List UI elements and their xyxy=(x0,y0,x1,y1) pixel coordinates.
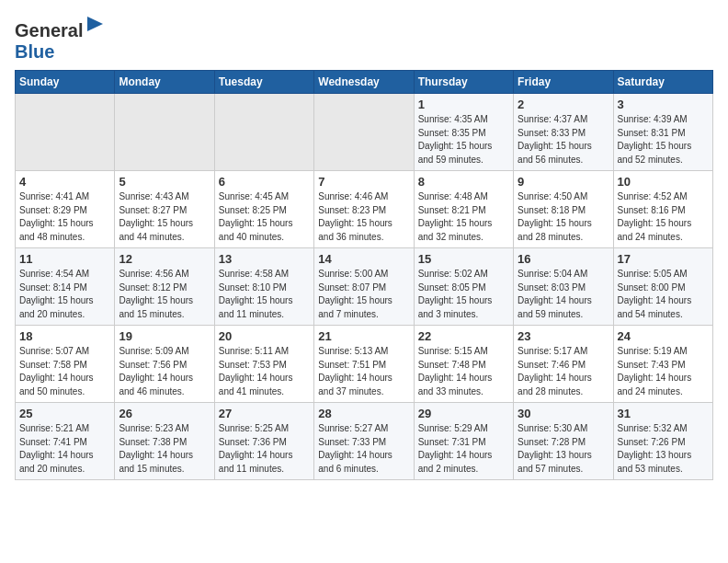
calendar-cell: 29Sunrise: 5:29 AMSunset: 7:31 PMDayligh… xyxy=(414,403,513,480)
weekday-header-friday: Friday xyxy=(514,71,613,94)
calendar-cell: 2Sunrise: 4:37 AMSunset: 8:33 PMDaylight… xyxy=(514,94,613,171)
day-number: 2 xyxy=(518,98,609,111)
day-number: 26 xyxy=(119,407,210,420)
logo-general: General xyxy=(15,20,83,40)
calendar-cell: 4Sunrise: 4:41 AMSunset: 8:29 PMDaylight… xyxy=(16,171,115,248)
day-number: 14 xyxy=(318,252,409,266)
day-number: 13 xyxy=(219,252,310,266)
day-number: 7 xyxy=(318,175,409,189)
weekday-header-wednesday: Wednesday xyxy=(314,71,414,94)
day-info: Sunrise: 4:41 AMSunset: 8:29 PMDaylight:… xyxy=(19,190,110,244)
day-info: Sunrise: 4:58 AMSunset: 8:10 PMDaylight:… xyxy=(219,268,310,321)
calendar-cell: 30Sunrise: 5:30 AMSunset: 7:28 PMDayligh… xyxy=(514,403,613,480)
calendar-body: 1Sunrise: 4:35 AMSunset: 8:35 PMDaylight… xyxy=(16,94,713,480)
calendar-cell: 16Sunrise: 5:04 AMSunset: 8:03 PMDayligh… xyxy=(514,248,613,326)
day-number: 4 xyxy=(19,175,110,189)
calendar-cell xyxy=(314,94,414,171)
calendar-cell: 12Sunrise: 4:56 AMSunset: 8:12 PMDayligh… xyxy=(115,248,214,326)
weekday-header-monday: Monday xyxy=(115,71,214,94)
calendar-cell: 27Sunrise: 5:25 AMSunset: 7:36 PMDayligh… xyxy=(214,403,313,480)
day-number: 20 xyxy=(219,329,310,343)
logo: General Blue xyxy=(15,15,107,63)
day-number: 24 xyxy=(618,329,709,343)
calendar-cell: 24Sunrise: 5:19 AMSunset: 7:43 PMDayligh… xyxy=(613,326,712,403)
day-number: 8 xyxy=(418,175,509,189)
day-number: 27 xyxy=(219,407,310,420)
day-number: 29 xyxy=(418,407,509,420)
day-info: Sunrise: 5:07 AMSunset: 7:58 PMDaylight:… xyxy=(19,345,110,398)
calendar-cell: 14Sunrise: 5:00 AMSunset: 8:07 PMDayligh… xyxy=(314,248,414,326)
day-number: 9 xyxy=(518,175,609,189)
calendar-cell: 8Sunrise: 4:48 AMSunset: 8:21 PMDaylight… xyxy=(414,171,513,248)
day-info: Sunrise: 5:17 AMSunset: 7:46 PMDaylight:… xyxy=(518,345,609,398)
calendar-cell: 28Sunrise: 5:27 AMSunset: 7:33 PMDayligh… xyxy=(314,403,414,480)
weekday-header-sunday: Sunday xyxy=(16,71,115,94)
calendar-cell: 31Sunrise: 5:32 AMSunset: 7:26 PMDayligh… xyxy=(613,403,712,480)
week-row-3: 11Sunrise: 4:54 AMSunset: 8:14 PMDayligh… xyxy=(16,248,713,326)
day-info: Sunrise: 5:04 AMSunset: 8:03 PMDaylight:… xyxy=(518,268,609,321)
day-info: Sunrise: 4:56 AMSunset: 8:12 PMDaylight:… xyxy=(119,268,210,321)
day-info: Sunrise: 5:32 AMSunset: 7:26 PMDaylight:… xyxy=(618,422,709,476)
day-number: 21 xyxy=(318,329,409,343)
day-number: 11 xyxy=(19,252,110,266)
calendar-cell: 10Sunrise: 4:52 AMSunset: 8:16 PMDayligh… xyxy=(613,171,712,248)
week-row-1: 1Sunrise: 4:35 AMSunset: 8:35 PMDaylight… xyxy=(16,94,713,171)
day-number: 12 xyxy=(119,252,210,266)
page-header: General Blue xyxy=(15,15,713,63)
day-info: Sunrise: 5:00 AMSunset: 8:07 PMDaylight:… xyxy=(318,268,409,321)
weekday-header-tuesday: Tuesday xyxy=(214,71,313,94)
day-number: 18 xyxy=(19,329,110,343)
calendar-cell: 3Sunrise: 4:39 AMSunset: 8:31 PMDaylight… xyxy=(613,94,712,171)
day-info: Sunrise: 5:05 AMSunset: 8:00 PMDaylight:… xyxy=(618,268,709,321)
day-info: Sunrise: 5:29 AMSunset: 7:31 PMDaylight:… xyxy=(418,422,509,476)
calendar-cell: 18Sunrise: 5:07 AMSunset: 7:58 PMDayligh… xyxy=(16,326,115,403)
day-info: Sunrise: 4:50 AMSunset: 8:18 PMDaylight:… xyxy=(518,190,609,244)
calendar-table: SundayMondayTuesdayWednesdayThursdayFrid… xyxy=(15,70,713,480)
day-info: Sunrise: 5:19 AMSunset: 7:43 PMDaylight:… xyxy=(618,345,709,398)
calendar-cell xyxy=(214,94,313,171)
day-info: Sunrise: 4:43 AMSunset: 8:27 PMDaylight:… xyxy=(119,190,210,244)
svg-marker-0 xyxy=(87,17,103,31)
calendar-cell: 25Sunrise: 5:21 AMSunset: 7:41 PMDayligh… xyxy=(16,403,115,480)
calendar-cell xyxy=(16,94,115,171)
calendar-cell: 23Sunrise: 5:17 AMSunset: 7:46 PMDayligh… xyxy=(514,326,613,403)
day-number: 30 xyxy=(518,407,609,420)
day-info: Sunrise: 5:25 AMSunset: 7:36 PMDaylight:… xyxy=(219,422,310,476)
day-number: 25 xyxy=(19,407,110,420)
calendar-cell: 22Sunrise: 5:15 AMSunset: 7:48 PMDayligh… xyxy=(414,326,513,403)
calendar-cell: 19Sunrise: 5:09 AMSunset: 7:56 PMDayligh… xyxy=(115,326,214,403)
calendar-cell: 21Sunrise: 5:13 AMSunset: 7:51 PMDayligh… xyxy=(314,326,414,403)
day-number: 22 xyxy=(418,329,509,343)
day-info: Sunrise: 5:15 AMSunset: 7:48 PMDaylight:… xyxy=(418,345,509,398)
calendar-cell: 9Sunrise: 4:50 AMSunset: 8:18 PMDaylight… xyxy=(514,171,613,248)
day-info: Sunrise: 4:54 AMSunset: 8:14 PMDaylight:… xyxy=(19,268,110,321)
weekday-header-saturday: Saturday xyxy=(613,71,712,94)
day-number: 6 xyxy=(219,175,310,189)
day-number: 23 xyxy=(518,329,609,343)
day-number: 19 xyxy=(119,329,210,343)
day-info: Sunrise: 5:11 AMSunset: 7:53 PMDaylight:… xyxy=(219,345,310,398)
day-info: Sunrise: 4:52 AMSunset: 8:16 PMDaylight:… xyxy=(618,190,709,244)
day-info: Sunrise: 5:09 AMSunset: 7:56 PMDaylight:… xyxy=(119,345,210,398)
logo-blue: Blue xyxy=(15,41,54,62)
day-number: 10 xyxy=(618,175,709,189)
day-info: Sunrise: 4:39 AMSunset: 8:31 PMDaylight:… xyxy=(618,113,709,167)
calendar-cell: 1Sunrise: 4:35 AMSunset: 8:35 PMDaylight… xyxy=(414,94,513,171)
day-info: Sunrise: 5:21 AMSunset: 7:41 PMDaylight:… xyxy=(19,422,110,476)
day-info: Sunrise: 5:27 AMSunset: 7:33 PMDaylight:… xyxy=(318,422,409,476)
calendar-cell: 26Sunrise: 5:23 AMSunset: 7:38 PMDayligh… xyxy=(115,403,214,480)
day-number: 15 xyxy=(418,252,509,266)
day-number: 28 xyxy=(318,407,409,420)
logo-text: General Blue xyxy=(15,15,107,63)
calendar-header: SundayMondayTuesdayWednesdayThursdayFrid… xyxy=(16,71,713,94)
week-row-4: 18Sunrise: 5:07 AMSunset: 7:58 PMDayligh… xyxy=(16,326,713,403)
calendar-cell xyxy=(115,94,214,171)
calendar-cell: 20Sunrise: 5:11 AMSunset: 7:53 PMDayligh… xyxy=(214,326,313,403)
day-info: Sunrise: 5:23 AMSunset: 7:38 PMDaylight:… xyxy=(119,422,210,476)
day-info: Sunrise: 4:48 AMSunset: 8:21 PMDaylight:… xyxy=(418,190,509,244)
week-row-2: 4Sunrise: 4:41 AMSunset: 8:29 PMDaylight… xyxy=(16,171,713,248)
calendar-cell: 11Sunrise: 4:54 AMSunset: 8:14 PMDayligh… xyxy=(16,248,115,326)
day-number: 5 xyxy=(119,175,210,189)
logo-flag-icon xyxy=(85,15,107,37)
day-info: Sunrise: 4:35 AMSunset: 8:35 PMDaylight:… xyxy=(418,113,509,167)
